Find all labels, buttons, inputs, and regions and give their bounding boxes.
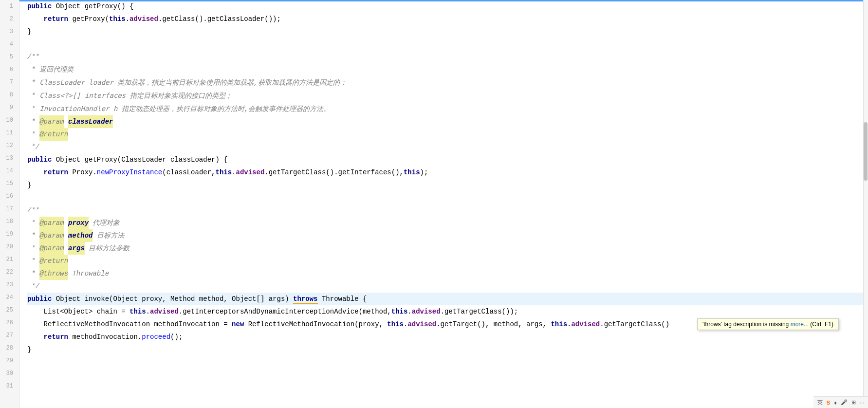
tooltip-text: 'throws' tag description is missing bbox=[702, 321, 789, 328]
code-line-23: */ bbox=[27, 280, 868, 293]
code-line-28: } bbox=[27, 343, 868, 356]
code-line-18: * @param proxy 代理对象 bbox=[27, 217, 868, 229]
code-line-10: * @param classLoader bbox=[27, 115, 868, 128]
status-icon-3: 🎤 bbox=[841, 399, 848, 406]
editor-container: 1 2 3 4 5 6 7 8 9 10 11 12 13 14 15 16 1… bbox=[0, 0, 868, 408]
status-icon-5: ··· bbox=[860, 400, 864, 406]
code-line-12: */ bbox=[27, 141, 868, 153]
tooltip-more-link[interactable]: more... bbox=[791, 321, 809, 328]
status-bar: 英 S ♦ 🎤 ⊞ ··· bbox=[813, 396, 868, 408]
code-line-14: return Proxy.newProxyInstance(classLoade… bbox=[27, 166, 868, 179]
code-line-13: public Object getProxy(ClassLoader class… bbox=[27, 153, 868, 166]
code-line-29 bbox=[27, 356, 868, 369]
code-line-3: } bbox=[27, 25, 868, 38]
vertical-scrollbar[interactable] bbox=[863, 0, 868, 408]
code-line-7: * ClassLoader loader 类加载器，指定当前目标对象使用的类加载… bbox=[27, 76, 868, 89]
code-line-27: return methodInvocation.proceed(); bbox=[27, 331, 868, 343]
status-icon-4: ⊞ bbox=[851, 399, 856, 406]
code-line-9: * InvocationHandler h 指定动态处理器，执行目标对象的方法时… bbox=[27, 102, 868, 115]
code-line-1: public Object getProxy() { bbox=[27, 0, 868, 13]
code-line-6: * 返回代理类 bbox=[27, 63, 868, 76]
code-line-5: /** bbox=[27, 51, 868, 63]
code-line-4 bbox=[27, 38, 868, 51]
throws-hint-tooltip: 'throws' tag description is missing more… bbox=[697, 318, 839, 330]
code-line-21: * @return bbox=[27, 255, 868, 267]
code-line-11: * @return bbox=[27, 128, 868, 141]
status-icon-1: S bbox=[827, 400, 830, 406]
line-numbers-gutter: 1 2 3 4 5 6 7 8 9 10 11 12 13 14 15 16 1… bbox=[0, 0, 19, 408]
scrollbar-thumb[interactable] bbox=[864, 122, 868, 181]
tooltip-shortcut: (Ctrl+F1) bbox=[810, 321, 833, 328]
code-line-2: return getProxy(this.advised.getClass().… bbox=[27, 13, 868, 25]
code-line-17: /** bbox=[27, 204, 868, 217]
code-line-22: * @throws Throwable bbox=[27, 267, 868, 280]
code-line-20: * @param args 目标方法参数 bbox=[27, 242, 868, 255]
code-line-15: } bbox=[27, 179, 868, 191]
code-line-19: * @param method 目标方法 bbox=[27, 229, 868, 242]
code-line-31 bbox=[27, 381, 868, 394]
status-icon-2: ♦ bbox=[834, 400, 837, 406]
code-line-16 bbox=[27, 191, 868, 204]
code-line-30 bbox=[27, 369, 868, 381]
status-lang: 英 bbox=[817, 399, 823, 406]
code-line-25: List<Object> chain = this.advised.getInt… bbox=[27, 305, 868, 318]
code-line-24: public Object invoke(Object proxy, Metho… bbox=[27, 293, 868, 305]
code-line-8: * Class<?>[] interfaces 指定目标对象实现的接口的类型； bbox=[27, 89, 868, 102]
code-area[interactable]: public Object getProxy() { return getPro… bbox=[19, 0, 868, 408]
